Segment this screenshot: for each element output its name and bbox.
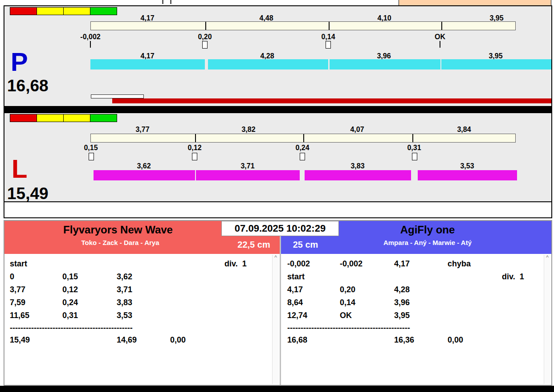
log-cell: 3,77 bbox=[10, 285, 62, 294]
change-indicator-box bbox=[202, 41, 208, 49]
l-run-bar bbox=[94, 170, 195, 180]
bar-divider bbox=[303, 134, 304, 142]
log-cell: 0,20 bbox=[340, 285, 394, 294]
p-total-time: 16,68 bbox=[7, 78, 49, 94]
l-split-value: 0,24 bbox=[295, 144, 309, 152]
bar-divider bbox=[329, 22, 330, 30]
log-row: 7,590,243,83 bbox=[10, 296, 280, 309]
log-cell: -0,002 bbox=[287, 259, 340, 269]
log-cell: 11,65 bbox=[10, 311, 62, 320]
run-log-left[interactable]: startdiv. 1 00,153,62 3,770,123,71 7,590… bbox=[4, 254, 280, 385]
log-cell: chyba bbox=[448, 259, 497, 269]
l-top-value: 3,77 bbox=[135, 126, 149, 134]
scroll-up-icon[interactable]: ^ bbox=[546, 254, 549, 261]
p-split-value: 0,20 bbox=[198, 33, 212, 41]
log-cell: 3,95 bbox=[394, 311, 448, 320]
green-light bbox=[90, 7, 117, 15]
clipped-ui-fragment bbox=[170, 0, 171, 4]
change-indicator-box bbox=[89, 153, 94, 160]
team-name-left: Flyvaryors New Wave bbox=[4, 224, 232, 236]
bar-divider bbox=[205, 22, 206, 30]
scrollbar[interactable]: ^ bbox=[544, 255, 550, 384]
split-tick bbox=[90, 41, 91, 48]
change-indicator-box bbox=[326, 41, 331, 49]
log-totals-row: 15,4914,690,00 bbox=[10, 334, 280, 347]
red-light bbox=[10, 114, 37, 122]
change-indicator-box bbox=[192, 153, 197, 160]
p-split-value: 0,14 bbox=[321, 33, 335, 41]
log-cell: 4,17 bbox=[287, 285, 340, 294]
change-indicator-box bbox=[412, 153, 417, 160]
timestamp: 07.09.2025 10:02:29 bbox=[221, 221, 339, 236]
yellow-light bbox=[63, 7, 90, 15]
log-cell: -0,002 bbox=[340, 259, 394, 269]
scroll-up-icon[interactable]: ^ bbox=[274, 254, 277, 261]
run-log-right[interactable]: -0,002-0,0024,17chyba startdiv. 1 4,170,… bbox=[281, 254, 551, 385]
l-top-value: 3,84 bbox=[457, 126, 471, 134]
log-cell: 3,62 bbox=[117, 272, 170, 282]
p-reference-bar bbox=[90, 21, 516, 30]
log-cell: 3,53 bbox=[117, 311, 170, 320]
log-row: 00,153,62 bbox=[10, 270, 280, 283]
l-total-time: 15,49 bbox=[7, 185, 49, 202]
bottom-bar bbox=[0, 386, 554, 392]
log-cell: 16,36 bbox=[394, 335, 448, 345]
log-row: startdiv. 1 bbox=[287, 270, 551, 283]
log-cell: start bbox=[287, 272, 340, 282]
scoreboard: Flyvaryors New Wave Toko - Zack - Dara -… bbox=[4, 220, 552, 386]
team-dogs-right: Ampara - Aný - Marwie - Atý bbox=[321, 239, 534, 246]
log-cell: 0,00 bbox=[170, 335, 219, 345]
p-run-bar bbox=[330, 59, 440, 69]
l-top-value: 3,82 bbox=[241, 126, 255, 134]
p-split-value: OK bbox=[435, 33, 445, 41]
bar-divider bbox=[441, 22, 442, 30]
log-cell: 0,12 bbox=[62, 285, 117, 294]
log-cell: 0 bbox=[10, 272, 62, 282]
team-name-right: AgiFly one bbox=[338, 224, 517, 236]
l-run-bar bbox=[418, 170, 517, 180]
start-lights bbox=[10, 7, 117, 15]
yellow-light bbox=[37, 7, 64, 15]
log-cell: 0,31 bbox=[62, 311, 117, 320]
start-lights bbox=[10, 114, 117, 122]
l-reference-bar bbox=[90, 134, 516, 143]
red-light bbox=[10, 7, 37, 15]
log-cell: div. 1 bbox=[219, 259, 280, 269]
p-progress-bar bbox=[112, 98, 551, 103]
log-cell: 0,14 bbox=[340, 298, 394, 307]
p-run-bar bbox=[208, 59, 328, 69]
log-totals-row: 16,6816,360,00 bbox=[287, 334, 551, 347]
log-cell: 12,74 bbox=[287, 311, 340, 320]
p-run-bar bbox=[441, 59, 551, 69]
log-cell: OK bbox=[340, 311, 394, 320]
l-bottom-strip bbox=[4, 201, 551, 217]
bar-divider bbox=[195, 134, 196, 142]
log-row: 11,650,313,53 bbox=[10, 309, 280, 322]
log-row: -0,002-0,0024,17chyba bbox=[287, 257, 551, 270]
l-run-bar bbox=[196, 170, 300, 180]
l-top-value: 4,07 bbox=[350, 126, 364, 134]
log-separator: ----------------------------------------… bbox=[287, 322, 551, 334]
log-cell: 0,00 bbox=[448, 335, 497, 345]
yellow-light bbox=[37, 114, 64, 122]
log-cell: 16,68 bbox=[287, 335, 340, 345]
log-cell: 3,83 bbox=[117, 298, 170, 307]
p-progress-outline bbox=[91, 94, 144, 98]
log-cell: 8,64 bbox=[287, 298, 340, 307]
clipped-ui-fragment bbox=[162, 0, 163, 4]
change-indicator-box bbox=[300, 153, 305, 160]
log-cell: 7,59 bbox=[10, 298, 62, 307]
log-row: 4,170,204,28 bbox=[287, 283, 551, 296]
l-run-value: 3,83 bbox=[350, 162, 364, 170]
log-cell: 0,24 bbox=[62, 298, 117, 307]
log-cell: 3,71 bbox=[117, 285, 170, 294]
log-cell: div. 1 bbox=[497, 272, 551, 282]
green-light bbox=[90, 114, 117, 122]
l-split-value: 0,12 bbox=[187, 144, 201, 152]
log-cell: 4,28 bbox=[394, 285, 448, 294]
app-window: 4,17 4,48 4,10 3,95 -0,002 0,20 0,14 OK … bbox=[0, 0, 554, 392]
p-run-bar bbox=[90, 59, 205, 69]
lane-label-l: L bbox=[12, 156, 27, 182]
scrollbar[interactable]: ^ bbox=[272, 255, 279, 384]
lane-label-p: P bbox=[11, 49, 28, 75]
